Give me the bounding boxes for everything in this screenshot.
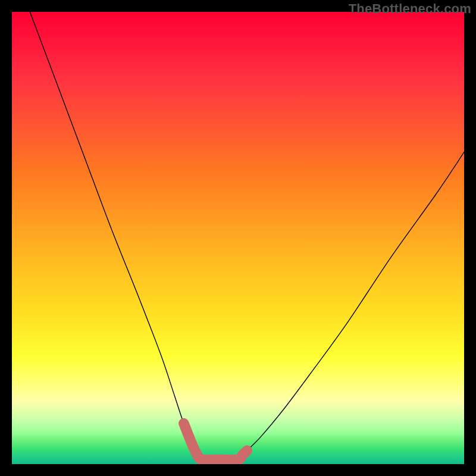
chart-frame: TheBottleneck.com (0, 0, 476, 476)
bottleneck-curve (30, 12, 464, 460)
chart-svg (12, 12, 464, 464)
valley-highlight (184, 424, 247, 460)
watermark-text: TheBottleneck.com (349, 1, 471, 17)
plot-area (12, 12, 464, 464)
